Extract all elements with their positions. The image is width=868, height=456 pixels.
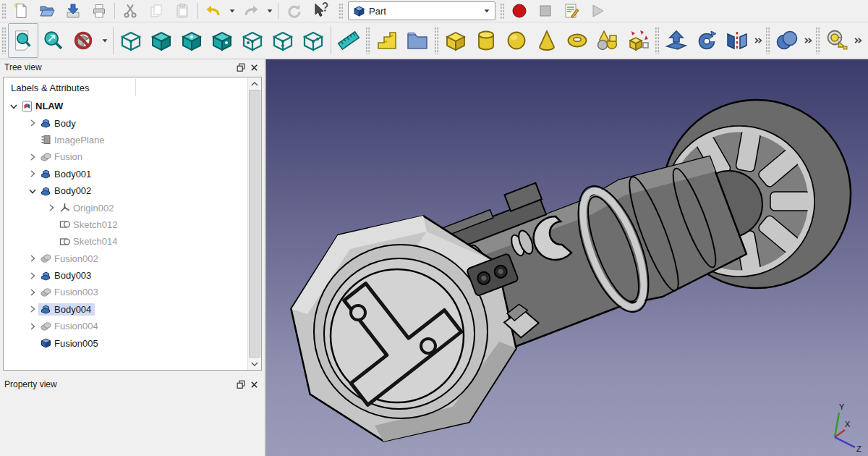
tree-item-sketch014[interactable]: Sketch014 <box>4 233 247 250</box>
new-document-button[interactable] <box>8 1 34 21</box>
tree-item-fusion002[interactable]: Fusion002 <box>4 250 247 267</box>
ruler-icon <box>336 28 361 53</box>
toolbar-drag-handle[interactable] <box>765 27 770 54</box>
toolbar-drag-handle[interactable] <box>655 27 660 54</box>
toolbar-drag-handle[interactable] <box>815 27 820 54</box>
toolbar-drag-handle[interactable] <box>1 3 7 19</box>
toolbar-drag-handle[interactable] <box>365 27 370 54</box>
zoom-button[interactable] <box>38 23 69 58</box>
3d-viewport[interactable]: Y X Z <box>266 59 868 456</box>
sphere-button[interactable] <box>501 23 532 58</box>
chevron-right-icon[interactable] <box>27 151 38 163</box>
tape-measure-icon <box>825 28 849 53</box>
workbench-selector[interactable]: Part <box>348 1 495 20</box>
toolbar-drag-handle[interactable] <box>339 3 344 19</box>
primitives-icon <box>595 28 620 53</box>
boolean-spheres-icon <box>775 28 799 53</box>
tree-item-imageplane[interactable]: ImagePlane <box>4 132 247 148</box>
modify-overflow-button[interactable] <box>752 30 764 51</box>
tree-column-header[interactable]: Labels & Attributes <box>4 77 247 98</box>
draw-style-button[interactable] <box>69 23 99 58</box>
chevron-right-icon[interactable] <box>27 168 38 180</box>
chevron-down-icon[interactable] <box>27 185 38 197</box>
print-button[interactable] <box>86 1 112 21</box>
close-panel-button[interactable] <box>247 62 260 73</box>
redo-button[interactable] <box>238 1 264 21</box>
tree-item-body[interactable]: Body <box>4 114 247 131</box>
view-left-button[interactable] <box>298 23 328 58</box>
nlaw-model[interactable] <box>266 59 868 456</box>
extrude-button[interactable] <box>661 23 692 58</box>
axis-y-label: Y <box>839 402 845 411</box>
float-panel-button[interactable] <box>234 62 247 73</box>
measure-toolbox-button[interactable] <box>822 23 852 58</box>
scroll-up-icon[interactable] <box>248 77 261 90</box>
macro-record-button[interactable] <box>506 1 532 21</box>
tree-item-nlaw[interactable]: NLAW <box>4 98 247 114</box>
chevron-right-icon[interactable] <box>27 303 38 315</box>
cone-primitive-icon <box>535 28 559 53</box>
view-front-button[interactable] <box>146 23 176 58</box>
tree-item-sketch012[interactable]: Sketch012 <box>4 216 247 233</box>
tree-item-fusion004[interactable]: Fusion004 <box>4 318 247 334</box>
draw-style-menu-button[interactable] <box>99 30 111 51</box>
cylinder-button[interactable] <box>471 23 501 58</box>
save-document-button[interactable] <box>60 1 86 21</box>
chevron-right-icon[interactable] <box>27 270 38 282</box>
view-bottom-button[interactable] <box>268 23 298 58</box>
view-top-button[interactable] <box>176 23 207 58</box>
chevron-right-icon[interactable] <box>27 117 38 129</box>
boolean-button[interactable] <box>772 23 802 58</box>
tree-item-body002[interactable]: Body002 <box>4 182 247 199</box>
view-rear-button[interactable] <box>237 23 268 58</box>
refresh-button[interactable] <box>281 1 307 21</box>
redo-menu-button[interactable] <box>264 1 276 21</box>
group-button[interactable] <box>402 23 433 58</box>
tree-item-body004[interactable]: Body004 <box>4 301 247 318</box>
whats-this-button[interactable] <box>307 1 333 21</box>
toolbar-drag-handle[interactable] <box>1 27 7 54</box>
measure-overflow-button[interactable] <box>852 30 864 51</box>
macro-stop-button[interactable] <box>532 1 558 21</box>
revolve-button[interactable] <box>692 23 722 58</box>
measure-distance-button[interactable] <box>333 23 364 58</box>
open-document-button[interactable] <box>34 1 60 21</box>
shape-steps-button[interactable] <box>372 23 402 58</box>
copy-button[interactable] <box>143 1 169 21</box>
tree-item-body003[interactable]: Body003 <box>4 267 247 284</box>
fit-all-button[interactable] <box>8 23 38 58</box>
tree-item-fusion[interactable]: Fusion <box>4 148 247 165</box>
toolbar-drag-handle[interactable] <box>434 27 439 54</box>
scrollbar-thumb[interactable] <box>249 90 260 358</box>
revolve-icon <box>694 28 719 53</box>
toolbar-drag-handle[interactable] <box>500 3 505 19</box>
chevron-right-icon[interactable] <box>46 202 57 214</box>
boolean-overflow-button[interactable] <box>802 30 814 51</box>
shape-builder-button[interactable] <box>623 23 653 58</box>
close-panel-button[interactable] <box>247 379 260 390</box>
tree-item-fusion003[interactable]: Fusion003 <box>4 284 247 300</box>
chevron-right-icon[interactable] <box>27 253 38 264</box>
float-panel-button[interactable] <box>234 379 247 390</box>
view-axonometric-button[interactable] <box>116 23 146 58</box>
create-primitives-button[interactable] <box>592 23 623 58</box>
paste-button[interactable] <box>169 1 195 21</box>
scroll-down-icon[interactable] <box>248 358 261 370</box>
chevron-right-icon[interactable] <box>27 287 38 298</box>
torus-button[interactable] <box>562 23 592 58</box>
undo-menu-button[interactable] <box>226 1 238 21</box>
tree-item-origin002[interactable]: Origin002 <box>4 199 247 216</box>
macro-edit-button[interactable] <box>558 1 584 21</box>
chevron-right-icon[interactable] <box>27 321 38 332</box>
undo-button[interactable] <box>200 1 226 21</box>
macro-play-button[interactable] <box>584 1 610 21</box>
cone-button[interactable] <box>532 23 562 58</box>
view-right-button[interactable] <box>207 23 237 58</box>
box-button[interactable] <box>441 23 471 58</box>
cut-button[interactable] <box>117 1 143 21</box>
mirror-button[interactable] <box>722 23 752 58</box>
tree-scrollbar[interactable] <box>247 77 261 370</box>
tree-item-body001[interactable]: Body001 <box>4 166 247 182</box>
tree-item-fusion005[interactable]: Fusion005 <box>4 334 247 351</box>
chevron-down-icon[interactable] <box>8 101 20 112</box>
